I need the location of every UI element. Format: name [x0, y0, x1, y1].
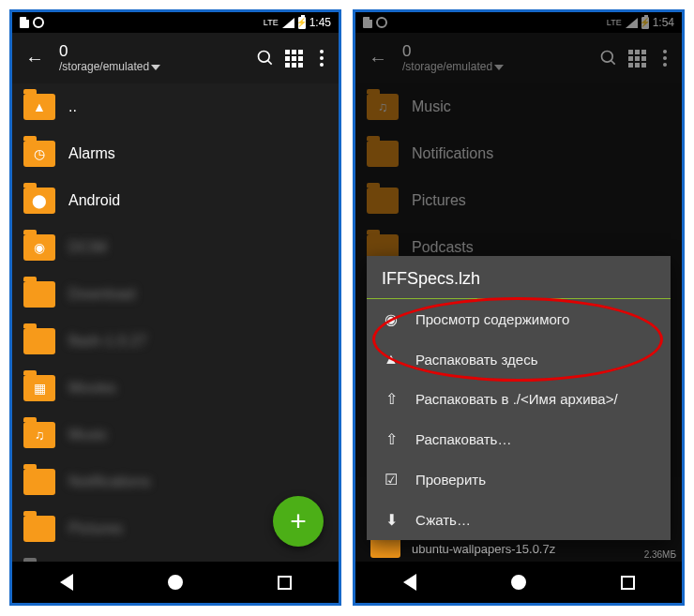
circle-icon: [376, 17, 387, 28]
path-dropdown[interactable]: 0 /storage/emulated: [59, 43, 247, 73]
folder-name: Movies: [68, 380, 327, 397]
battery-icon: ⚡: [641, 17, 649, 29]
nav-home-button[interactable]: [511, 575, 526, 590]
eye-icon: ◉: [382, 310, 400, 328]
folder-row[interactable]: Notifications: [355, 130, 682, 177]
folder-icon: ⬤: [23, 188, 55, 214]
nav-bar: [12, 562, 339, 603]
folder-row[interactable]: flash-1.0.27: [12, 318, 339, 365]
folder-row[interactable]: ◷Alarms: [12, 130, 339, 177]
down-icon: ⬇: [382, 511, 400, 529]
folder-icon: [367, 188, 399, 214]
svg-line-1: [268, 61, 272, 65]
nav-back-button[interactable]: [403, 574, 416, 591]
folder-name: Pictures: [412, 192, 671, 209]
phone-right: LTE ⚡ 1:54 ← 0 /storage/emulated ♫MusicN…: [353, 9, 685, 606]
up-bar-icon: ⇧: [382, 390, 400, 408]
overflow-menu-button[interactable]: [656, 49, 674, 68]
view-grid-button[interactable]: [284, 49, 303, 68]
nav-recent-button[interactable]: [278, 576, 292, 590]
nav-recent-button[interactable]: [621, 576, 635, 590]
up-bar-icon: ⇧: [382, 430, 400, 448]
cell-signal-icon: [282, 18, 294, 28]
folder-row[interactable]: ▲..: [12, 83, 339, 130]
clock: 1:54: [653, 16, 674, 29]
up-icon: ▲: [382, 351, 400, 368]
context-menu-item[interactable]: ⬇Сжать…: [367, 500, 671, 540]
folder-name: Alarms: [68, 145, 327, 162]
context-menu-label: Распаковать в ./<Имя архива>/: [415, 391, 618, 407]
folder-name: DCIM: [68, 239, 327, 256]
overflow-menu-button[interactable]: [312, 49, 331, 68]
folder-name: flash-1.0.27: [68, 333, 327, 350]
context-menu-label: Сжать…: [415, 512, 471, 528]
folder-row[interactable]: Download: [12, 271, 339, 318]
svg-line-3: [611, 61, 615, 65]
folder-name: Download: [68, 286, 327, 303]
context-menu-item[interactable]: ⇧Распаковать в ./<Имя архива>/: [367, 379, 671, 419]
sd-card-icon: [20, 17, 29, 28]
toolbar-path: /storage/emulated: [402, 60, 492, 73]
back-button[interactable]: ←: [363, 42, 393, 75]
path-dropdown[interactable]: 0 /storage/emulated: [402, 43, 590, 73]
circle-icon: [33, 17, 44, 28]
context-menu-item[interactable]: ◉Просмотр содержимого: [367, 299, 671, 339]
battery-icon: ⚡: [298, 17, 306, 29]
context-menu-item[interactable]: ☑Проверить: [367, 459, 671, 500]
folder-icon: ◉: [23, 234, 55, 261]
toolbar-title: 0: [59, 43, 247, 61]
folder-name: Podcasts: [412, 239, 671, 256]
nav-home-button[interactable]: [168, 575, 183, 590]
folder-name: Music: [68, 427, 327, 443]
svg-point-2: [602, 52, 613, 63]
folder-icon: ♫: [23, 422, 55, 448]
search-button[interactable]: [599, 49, 618, 68]
sd-card-icon: [363, 17, 372, 28]
chevron-down-icon: [494, 65, 504, 70]
folder-name: Music: [412, 98, 671, 115]
status-bar: LTE ⚡ 1:54: [355, 12, 682, 33]
folder-icon: [23, 281, 55, 308]
toolbar-title: 0: [402, 43, 590, 61]
context-menu-item[interactable]: ⇧Распаковать…: [367, 419, 671, 459]
folder-row[interactable]: ♫Music: [355, 83, 682, 130]
fab-add-button[interactable]: +: [273, 496, 324, 547]
folder-row[interactable]: Pictures: [355, 177, 682, 224]
folder-icon: [23, 328, 55, 354]
toolbar-path: /storage/emulated: [59, 60, 149, 73]
network-lte: LTE: [607, 18, 622, 27]
phone-left: LTE ⚡ 1:45 ← 0 /storage/emulated ▲..◷Ala…: [9, 9, 341, 606]
toolbar: ← 0 /storage/emulated: [355, 33, 682, 83]
context-menu: IFFSpecs.lzh ◉Просмотр содержимого▲Распа…: [367, 256, 671, 540]
file-list[interactable]: ▲..◷Alarms⬤Android◉DCIMDownloadflash-1.0…: [12, 83, 339, 562]
file-name[interactable]: ubuntu-wallpapers-15.0.7z: [412, 542, 555, 556]
folder-row[interactable]: ♫Music: [12, 412, 339, 458]
folder-icon: [367, 141, 399, 167]
folder-name: Notifications: [68, 473, 327, 490]
folder-name: Notifications: [412, 145, 671, 162]
status-bar: LTE ⚡ 1:45: [12, 12, 339, 33]
context-menu-label: Распаковать здесь: [415, 352, 538, 368]
svg-point-0: [259, 52, 270, 63]
back-button[interactable]: ←: [20, 42, 50, 75]
context-menu-label: Проверить: [415, 472, 486, 488]
plus-icon: +: [290, 505, 307, 537]
folder-row[interactable]: ◉DCIM: [12, 224, 339, 271]
context-menu-label: Просмотр содержимого: [415, 311, 569, 327]
context-menu-title: IFFSpecs.lzh: [367, 256, 671, 299]
check-icon: ☑: [382, 471, 400, 488]
cell-signal-icon: [626, 18, 638, 28]
folder-icon: ◷: [23, 141, 55, 167]
folder-row[interactable]: Podcasts: [12, 552, 339, 562]
folder-icon: ▲: [23, 94, 55, 120]
view-grid-button[interactable]: [627, 49, 646, 68]
context-menu-label: Распаковать…: [415, 431, 511, 447]
folder-row[interactable]: ⬤Android: [12, 177, 339, 224]
folder-icon: [23, 516, 55, 542]
context-menu-item[interactable]: ▲Распаковать здесь: [367, 339, 671, 379]
file-size: 2.36МБ: [644, 549, 676, 560]
search-button[interactable]: [256, 49, 275, 68]
nav-back-button[interactable]: [60, 574, 73, 591]
folder-icon: ♫: [367, 94, 399, 120]
folder-row[interactable]: ▦Movies: [12, 365, 339, 412]
